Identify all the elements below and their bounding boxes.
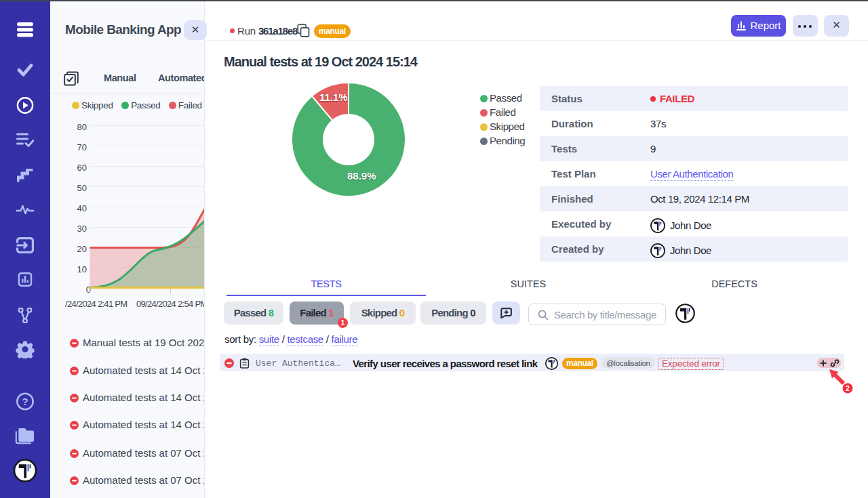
svg-text:2: 2 bbox=[846, 384, 850, 392]
svg-text:?: ? bbox=[22, 396, 28, 407]
